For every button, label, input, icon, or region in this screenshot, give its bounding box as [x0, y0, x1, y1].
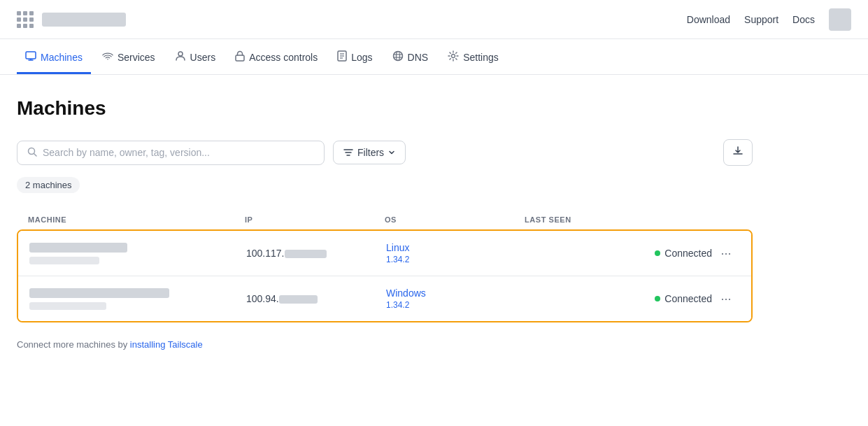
header-ip: IP	[245, 215, 385, 224]
more-options-button[interactable]: ···	[712, 243, 740, 264]
nav-label-users: Users	[190, 52, 216, 63]
nav-label-access-controls: Access controls	[249, 52, 318, 63]
machine-os-version: 1.34.2	[386, 255, 526, 264]
svg-rect-5	[236, 55, 244, 61]
status-text: Connected	[664, 248, 712, 259]
search-input[interactable]	[43, 147, 314, 158]
filters-button[interactable]: Filters	[333, 141, 406, 164]
nav-item-settings[interactable]: Settings	[439, 39, 507, 74]
svg-rect-0	[26, 52, 36, 59]
svg-point-11	[396, 52, 399, 61]
brand-logo	[42, 13, 126, 27]
avatar[interactable]	[829, 8, 851, 31]
dns-icon	[392, 50, 404, 64]
settings-icon	[448, 50, 459, 64]
logs-icon	[337, 50, 347, 64]
status-dot	[655, 250, 660, 256]
topbar: Download Support Docs	[0, 0, 868, 39]
filters-label: Filters	[357, 147, 384, 158]
page-title: Machines	[17, 97, 753, 120]
nav-item-dns[interactable]: DNS	[384, 39, 437, 74]
svg-line-16	[34, 153, 37, 156]
machine-os-name: Windows	[386, 287, 526, 299]
footer-text: Connect more machines by installing Tail…	[17, 339, 753, 350]
header-last-seen: LAST SEEN	[525, 215, 713, 224]
nav-item-logs[interactable]: Logs	[329, 39, 380, 74]
machine-last-seen: Connected	[526, 293, 712, 304]
svg-point-4	[178, 52, 183, 56]
nav-label-settings: Settings	[463, 52, 499, 63]
support-link[interactable]: Support	[744, 14, 778, 25]
search-box[interactable]	[17, 141, 325, 165]
topbar-left	[17, 11, 126, 28]
search-icon	[27, 147, 37, 159]
machine-ip: 100.94.	[246, 293, 386, 304]
download-link[interactable]: Download	[687, 14, 730, 25]
nav-item-users[interactable]: Users	[166, 39, 225, 74]
machine-name-bar	[29, 243, 127, 253]
users-icon	[175, 50, 186, 64]
nav-item-services[interactable]: Services	[94, 40, 164, 73]
svg-point-3	[107, 59, 108, 60]
nav-label-logs: Logs	[351, 52, 372, 63]
machine-tag-bar	[29, 257, 99, 264]
main-content: Machines Filters	[0, 75, 769, 372]
filter-icon	[343, 148, 353, 157]
topbar-right: Download Support Docs	[687, 8, 851, 31]
machine-os-block: Linux 1.34.2	[386, 242, 526, 264]
machine-name-block	[29, 288, 246, 310]
nav-label-services: Services	[118, 52, 155, 63]
table-header: MACHINE IP OS LAST SEEN	[17, 210, 753, 229]
machine-tag-bar	[29, 302, 106, 310]
svg-point-10	[393, 52, 402, 61]
header-machine: MACHINE	[28, 215, 245, 224]
machine-count-label: 2 machines	[25, 180, 71, 190]
installing-tailscale-link[interactable]: installing Tailscale	[130, 339, 203, 350]
nav-item-machines[interactable]: Machines	[17, 39, 91, 74]
status-text: Connected	[664, 293, 712, 304]
export-button[interactable]	[723, 139, 753, 166]
machine-ip: 100.117.	[246, 248, 386, 259]
machine-last-seen: Connected	[526, 248, 712, 259]
machine-os-name: Linux	[386, 242, 526, 253]
machine-os-block: Windows 1.34.2	[386, 287, 526, 310]
table-row[interactable]: 100.117. Linux 1.34.2 Connected ···	[18, 231, 751, 276]
toolbar: Filters	[17, 139, 753, 166]
main-nav: Machines Services Users Ac	[0, 39, 868, 75]
machines-icon	[25, 50, 36, 64]
status-dot	[655, 296, 660, 301]
docs-link[interactable]: Docs	[792, 14, 815, 25]
machines-table: 100.117. Linux 1.34.2 Connected ··· 100.…	[17, 229, 753, 322]
machine-count-badge: 2 machines	[17, 177, 80, 193]
machine-os-version: 1.34.2	[386, 300, 526, 310]
apps-grid-icon[interactable]	[17, 11, 34, 28]
more-options-button[interactable]: ···	[712, 289, 740, 309]
footer-text-before: Connect more machines by	[17, 339, 130, 350]
nav-label-machines: Machines	[41, 52, 83, 63]
header-os: OS	[385, 215, 525, 224]
machine-name-bar	[29, 288, 169, 298]
lock-icon	[235, 50, 245, 64]
nav-label-dns: DNS	[408, 52, 429, 63]
chevron-down-icon	[388, 149, 395, 156]
nav-item-access-controls[interactable]: Access controls	[227, 39, 326, 74]
svg-point-14	[452, 55, 455, 58]
services-icon	[102, 51, 113, 63]
download-icon	[732, 145, 744, 157]
machine-name-block	[29, 243, 246, 264]
table-row[interactable]: 100.94. Windows 1.34.2 Connected ···	[18, 276, 751, 321]
